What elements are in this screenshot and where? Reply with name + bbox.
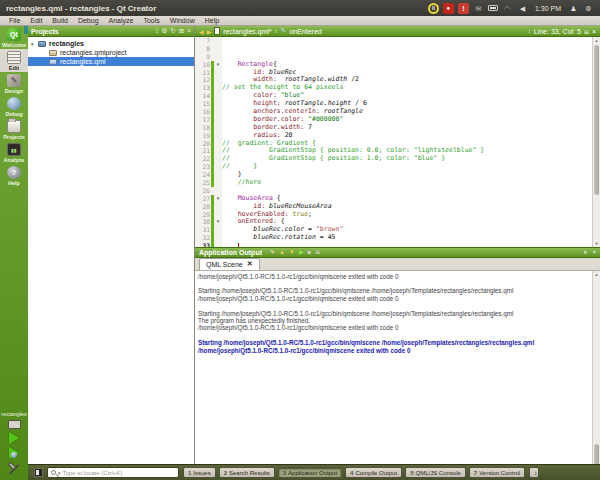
menu-help[interactable]: Help (200, 17, 224, 24)
output-tab-close-icon[interactable]: ✕ (247, 260, 253, 268)
sidebar-item-debug[interactable]: Debug (0, 95, 28, 118)
record-icon[interactable]: ● (443, 3, 454, 14)
kit-selector-button[interactable] (8, 420, 21, 429)
code-line[interactable]: 25 //here (195, 179, 592, 187)
menubar: FileEditBuildDebugAnalyzeToolsWindowHelp (0, 16, 600, 26)
open-file-name[interactable]: rectangles.qml* (223, 28, 271, 35)
code-line[interactable]: 32 blueRec.rotation = 45 (195, 234, 592, 242)
pane-button-compile-output[interactable]: 4Compile Output (345, 467, 402, 478)
nav-back-icon[interactable]: ◀ (199, 28, 204, 35)
debug-button[interactable] (9, 447, 19, 459)
code-line[interactable]: 7 (195, 37, 592, 45)
fold-marker-icon[interactable]: ▾ (214, 61, 222, 69)
sidebar-item-design[interactable]: ✎Design (0, 72, 28, 95)
linecol-dropdown-icon[interactable]: ↕ (528, 28, 531, 34)
clock[interactable]: 1:30 PM (535, 5, 561, 12)
menu-build[interactable]: Build (47, 17, 73, 24)
clear-icon[interactable]: ✎ (270, 249, 275, 255)
code-line[interactable]: 23// } (195, 163, 592, 171)
sidebar-item-help[interactable]: ?Help (0, 164, 28, 187)
stop-icon[interactable]: ■ (308, 249, 312, 255)
wifi-icon[interactable]: ◠ (502, 3, 513, 14)
expander-icon[interactable]: ▾ (31, 41, 38, 47)
tree-item[interactable]: rectangles.qmlproject (28, 48, 194, 57)
user-icon[interactable]: ♟ (568, 3, 579, 14)
file-icon (214, 27, 220, 35)
fold-marker-icon (214, 155, 222, 163)
analyze-icon: ▮▮ (7, 143, 21, 156)
output-line: /home/joseph/Qt5.1.0-RC/5.1.0-rc1/gcc/bi… (198, 273, 592, 280)
code-line[interactable]: 33 (195, 242, 592, 246)
pane-button-qml-js-console[interactable]: 5QML/JS Console (405, 467, 466, 478)
fi-folder-icon (38, 41, 46, 47)
gear-icon[interactable]: ⚙ (583, 3, 594, 14)
pane-button-search-results[interactable]: 2Search Results (219, 467, 275, 478)
sidebar-toggle-icon[interactable] (34, 468, 43, 477)
fold-marker-icon (214, 179, 222, 187)
menu-edit[interactable]: Edit (25, 17, 47, 24)
nav-forward-icon[interactable]: ▶ (207, 28, 212, 35)
code-editor[interactable]: 78910▾ Rectangle{11 id: blueRec12 width:… (195, 37, 600, 247)
sidebar-item-analyze[interactable]: ▮▮Analyze (0, 141, 28, 164)
output-scroll-up-icon[interactable]: ▲ (593, 271, 600, 278)
output-tab-qml-scene[interactable]: QML Scene ✕ (199, 258, 260, 270)
line-number: 18 (195, 124, 211, 132)
editor-scrollbar[interactable]: ▲ ▼ (592, 37, 600, 247)
pane-button-number: 1 (188, 470, 191, 476)
locator-placeholder: Type to locate (Ctrl+K) (63, 470, 123, 476)
line-number: 31 (195, 226, 211, 234)
pane-button-version-control[interactable]: 7Version Control (469, 467, 525, 478)
menu-file[interactable]: File (4, 17, 25, 24)
scroll-up-icon[interactable]: ▲ (593, 37, 600, 44)
scroll-down-icon[interactable]: ▼ (593, 240, 600, 247)
line-number: 8 (195, 45, 211, 53)
maximize-icon[interactable]: ∧ (583, 249, 587, 255)
build-button[interactable] (7, 462, 21, 476)
split-icon[interactable]: ⊞ (179, 28, 184, 35)
code-line[interactable]: 8 (195, 45, 592, 53)
pane-button-application-output[interactable]: 3Application Output (278, 467, 342, 478)
pane-button-label: Issues (193, 470, 210, 476)
rerun-icon[interactable]: ▶ (299, 249, 304, 255)
next-item-icon[interactable]: ▼ (289, 249, 295, 255)
projects-panel-title[interactable]: Projects (31, 28, 59, 35)
update-alert-icon[interactable]: ! (458, 3, 469, 14)
run-button[interactable] (9, 432, 19, 444)
output-line: /home/joseph/Qt5.1.0-RC/5.1.0-rc1/gcc/bi… (198, 324, 592, 331)
output-line: /home/joseph/Qt5.1.0-RC/5.1.0-rc1/gcc/bi… (198, 347, 592, 354)
editor-scroll-thumb[interactable] (594, 45, 599, 195)
sync-icon[interactable]: ↻ (170, 28, 175, 35)
speaker-icon[interactable]: ◀ (517, 3, 528, 14)
menu-tools[interactable]: Tools (138, 17, 164, 24)
attach-icon[interactable]: ⊞ (315, 249, 320, 255)
output-text[interactable]: /home/joseph/Qt5.1.0-RC/5.1.0-rc1/gcc/bi… (195, 271, 592, 480)
tree-item[interactable]: rectangles.qml (28, 57, 194, 66)
battery-icon[interactable] (488, 5, 498, 11)
filter-icon[interactable]: ⚙ (161, 28, 167, 35)
fold-marker-icon[interactable]: ▾ (214, 195, 222, 203)
pane-selector-button[interactable]: ↕ (529, 467, 539, 478)
fold-marker-icon[interactable]: ▾ (214, 218, 222, 226)
pane-button-issues[interactable]: 1Issues (183, 467, 216, 478)
menu-debug[interactable]: Debug (73, 17, 104, 24)
sidebar-item-edit[interactable]: Edit (0, 49, 28, 72)
menu-analyze[interactable]: Analyze (104, 17, 139, 24)
fold-marker-icon (214, 147, 222, 155)
symbol-selector[interactable]: onEntered (289, 28, 321, 35)
fold-marker-icon (214, 242, 222, 246)
close-icon[interactable]: × (592, 249, 596, 255)
prev-item-icon[interactable]: ▲ (279, 249, 285, 255)
close-editor-icon[interactable]: × (592, 28, 596, 35)
close-icon[interactable]: × (187, 28, 191, 35)
mail-icon[interactable]: ✉ (473, 3, 484, 14)
split-editor-icon[interactable]: ⊞ (584, 28, 589, 35)
output-scrollbar[interactable]: ▲ ▼ (592, 271, 600, 480)
tree-item[interactable]: ▾rectangles (28, 39, 194, 48)
updown-icon[interactable]: ↕ (155, 28, 158, 35)
file-dropdown-icon[interactable]: ↕ (275, 28, 278, 34)
sidebar-item-projects[interactable]: Projects (0, 118, 28, 141)
menu-window[interactable]: Window (165, 17, 200, 24)
locator-dropdown-icon[interactable]: ▾ (58, 470, 61, 476)
locator-input[interactable]: ▾ Type to locate (Ctrl+K) (47, 467, 179, 478)
pause-icon[interactable]: II (428, 3, 439, 14)
